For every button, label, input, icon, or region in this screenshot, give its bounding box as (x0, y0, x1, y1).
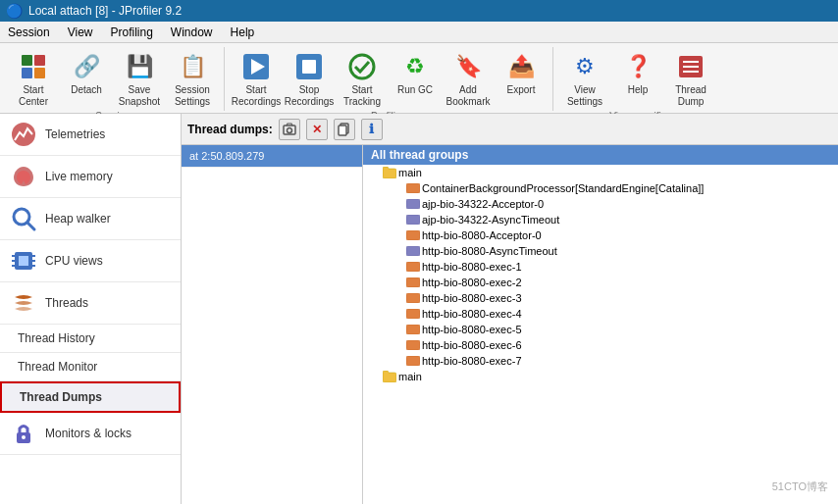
toolbar: StartCenter 🔗 Detach 💾 SaveSnapshot 📋 Se… (0, 43, 838, 114)
svg-rect-34 (406, 246, 420, 256)
view-settings-label: ViewSettings (567, 84, 602, 108)
thread-dump-list: at 2:50.809.279 (182, 145, 363, 504)
main-layout: Telemetries Live memory Heap walker (0, 114, 838, 504)
svg-rect-2 (22, 68, 32, 78)
stop-recordings-button[interactable]: StopRecordings (284, 47, 335, 111)
tree-item-http-exec1[interactable]: http-bio-8080-exec-1 (363, 259, 838, 275)
help-icon: ❓ (622, 51, 654, 82)
thread-dumps-toolbar-label: Thread dumps: (187, 123, 273, 136)
tree-item-http-exec4[interactable]: http-bio-8080-exec-4 (363, 306, 838, 322)
heap-walker-label: Heap walker (45, 212, 111, 226)
start-recordings-button[interactable]: StartRecordings (231, 47, 282, 111)
sidebar-item-thread-history[interactable]: Thread History (0, 325, 181, 353)
thread-box-http-exec5 (406, 323, 420, 336)
run-gc-button[interactable]: ♻ Run GC (390, 47, 441, 111)
toolbar-group-view-specific: ⚙ ViewSettings ❓ Help ThreadDump (553, 47, 722, 111)
tree-item-ajp-async[interactable]: ajp-bio-34322-AsyncTimeout (363, 212, 838, 227)
add-bookmark-button[interactable]: 🔖 AddBookmark (443, 47, 494, 111)
thread-box-http-exec2 (406, 276, 420, 289)
menu-session[interactable]: Session (4, 24, 54, 41)
svg-rect-30 (406, 183, 420, 193)
tree-item-main-root[interactable]: main (363, 165, 838, 180)
camera-button[interactable] (279, 119, 300, 140)
tree-label-http-asynctimeout: http-bio-8080-AsyncTimeout (422, 245, 557, 257)
thread-box-container (406, 181, 420, 195)
menu-window[interactable]: Window (167, 24, 217, 41)
tree-item-http-acceptor[interactable]: http-bio-8080-Acceptor-0 (363, 227, 838, 243)
svg-rect-0 (22, 55, 32, 66)
svg-line-15 (27, 223, 34, 229)
thread-box-ajp-acceptor (406, 197, 420, 211)
session-settings-label: SessionSettings (175, 84, 210, 108)
monitors-locks-label: Monitors & locks (45, 427, 131, 440)
tree-item-container[interactable]: ContainerBackgroundProcessor[StandardEng… (363, 180, 838, 196)
start-tracking-button[interactable]: StartTracking (337, 47, 388, 111)
save-snapshot-button[interactable]: 💾 SaveSnapshot (114, 47, 165, 111)
svg-rect-1 (34, 55, 45, 66)
detach-button[interactable]: 🔗 Detach (61, 47, 112, 111)
sidebar-item-monitors-locks[interactable]: Monitors & locks (0, 413, 181, 455)
detach-label: Detach (71, 84, 102, 96)
tree-item-http-exec2[interactable]: http-bio-8080-exec-2 (363, 275, 838, 290)
session-settings-button[interactable]: 📋 SessionSettings (167, 47, 218, 111)
profiling-buttons: StartRecordings StopRecordings (231, 47, 547, 111)
svg-rect-29 (339, 126, 346, 135)
svg-rect-37 (406, 293, 420, 303)
help-button[interactable]: ❓ Help (612, 47, 663, 111)
menu-view[interactable]: View (64, 24, 97, 41)
svg-point-27 (287, 127, 291, 132)
heap-walker-icon (10, 205, 37, 232)
save-snapshot-icon: 💾 (124, 51, 155, 82)
tree-label-ajp-async: ajp-bio-34322-AsyncTimeout (422, 214, 559, 226)
tree-item-ajp-acceptor[interactable]: ajp-bio-34322-Acceptor-0 (363, 196, 838, 212)
toolbar-group-profiling: StartRecordings StopRecordings (225, 47, 553, 111)
menu-profiling[interactable]: Profiling (107, 24, 157, 41)
thread-box-http-exec7 (406, 354, 420, 368)
view-settings-button[interactable]: ⚙ ViewSettings (559, 47, 610, 111)
telemetries-label: Telemetries (45, 127, 105, 141)
delete-dump-button[interactable]: ✕ (306, 119, 328, 140)
start-center-button[interactable]: StartCenter (8, 47, 59, 111)
svg-rect-33 (406, 230, 420, 240)
tree-item-http-exec3[interactable]: http-bio-8080-exec-3 (363, 290, 838, 306)
tree-label-container: ContainerBackgroundProcessor[StandardEng… (422, 182, 704, 194)
svg-rect-17 (19, 256, 28, 266)
thread-box-http-asynctimeout (406, 244, 420, 258)
tree-label-http-exec5: http-bio-8080-exec-5 (422, 324, 522, 335)
sidebar-item-heap-walker[interactable]: Heap walker (0, 198, 181, 240)
thread-box-http-exec3 (406, 291, 420, 305)
sidebar: Telemetries Live memory Heap walker (0, 114, 182, 504)
monitors-locks-icon (10, 420, 37, 447)
thread-box-http-acceptor (406, 228, 420, 242)
tree-label-http-exec4: http-bio-8080-exec-4 (422, 308, 522, 320)
export-button[interactable]: 📤 Export (496, 47, 547, 111)
dump-item[interactable]: at 2:50.809.279 (182, 145, 362, 168)
menu-help[interactable]: Help (227, 24, 259, 41)
sidebar-item-thread-monitor[interactable]: Thread Monitor (0, 353, 181, 381)
sidebar-item-thread-dumps[interactable]: Thread Dumps (0, 381, 181, 413)
threads-icon (10, 289, 37, 317)
tree-item-main2[interactable]: main (363, 369, 838, 384)
help-label: Help (628, 84, 649, 96)
tree-item-http-exec6[interactable]: http-bio-8080-exec-6 (363, 337, 838, 353)
tree-label-http-exec3: http-bio-8080-exec-3 (422, 292, 522, 304)
tree-item-http-exec5[interactable]: http-bio-8080-exec-5 (363, 322, 838, 337)
tree-item-http-exec7[interactable]: http-bio-8080-exec-7 (363, 353, 838, 369)
thread-box-http-exec1 (406, 260, 420, 274)
thread-monitor-label: Thread Monitor (18, 360, 97, 374)
tree-item-http-asynctimeout[interactable]: http-bio-8080-AsyncTimeout (363, 243, 838, 259)
live-memory-label: Live memory (45, 170, 113, 183)
sidebar-item-cpu-views[interactable]: CPU views (0, 240, 181, 282)
cpu-views-label: CPU views (45, 254, 103, 268)
sidebar-item-live-memory[interactable]: Live memory (0, 156, 181, 198)
sidebar-item-threads[interactable]: Threads (0, 282, 181, 325)
menu-bar: Session View Profiling Window Help (0, 22, 838, 43)
start-center-label: StartCenter (19, 84, 48, 108)
stop-recordings-label: StopRecordings (285, 84, 335, 108)
info-dump-button[interactable]: ℹ (361, 119, 383, 140)
thread-dump-button[interactable]: ThreadDump (665, 47, 716, 111)
sidebar-item-telemetries[interactable]: Telemetries (0, 114, 181, 156)
copy-dump-button[interactable] (334, 119, 355, 140)
start-tracking-icon (346, 51, 378, 82)
stop-recordings-icon (293, 51, 325, 82)
